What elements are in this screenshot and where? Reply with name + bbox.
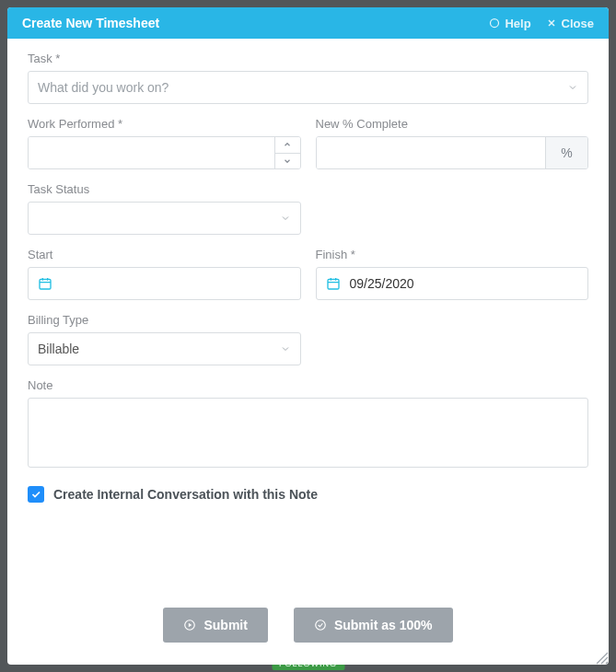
start-date-input[interactable] (28, 267, 301, 300)
calendar-icon (326, 276, 341, 291)
submit-label: Submit (203, 618, 247, 632)
note-label: Note (28, 378, 588, 392)
finish-date-value: 09/25/2020 (350, 276, 579, 291)
spinner-down-button[interactable] (275, 153, 300, 169)
modal-header: Create New Timesheet Help Close (7, 7, 609, 39)
start-label: Start (28, 248, 301, 261)
svg-rect-2 (328, 279, 339, 289)
chevron-up-icon (283, 140, 292, 149)
work-performed-spinner[interactable] (28, 136, 301, 169)
note-textarea[interactable] (28, 398, 588, 468)
chevron-down-icon (567, 82, 578, 93)
new-pct-complete-field[interactable]: % (316, 136, 589, 169)
create-timesheet-modal: Create New Timesheet Help Close Task * W… (7, 7, 609, 665)
submit-100-button[interactable]: Submit as 100% (294, 608, 453, 643)
billing-type-label: Billing Type (28, 313, 588, 327)
create-conversation-label: Create Internal Conversation with this N… (53, 487, 318, 502)
submit-100-label: Submit as 100% (334, 618, 433, 632)
modal-title: Create New Timesheet (22, 16, 159, 30)
finish-date-input[interactable]: 09/25/2020 (316, 267, 589, 300)
chevron-down-icon (283, 156, 292, 166)
work-performed-label: Work Performed * (28, 117, 301, 131)
create-conversation-checkbox[interactable] (28, 486, 44, 503)
help-icon (489, 17, 500, 29)
chevron-down-icon (280, 213, 291, 224)
chevron-down-icon (280, 343, 291, 354)
help-label: Help (505, 17, 530, 30)
svg-rect-1 (40, 279, 51, 289)
new-pct-complete-input[interactable] (317, 137, 546, 168)
close-button[interactable]: Close (546, 17, 594, 30)
help-button[interactable]: Help (489, 17, 530, 30)
task-status-label: Task Status (28, 182, 588, 196)
modal-body: Task * What did you work on? Work Perfor… (7, 39, 609, 589)
work-performed-input[interactable] (29, 137, 274, 168)
svg-point-4 (316, 620, 326, 631)
task-label: Task * (28, 52, 588, 65)
task-select[interactable]: What did you work on? (28, 71, 588, 104)
task-status-select[interactable] (28, 202, 301, 235)
task-placeholder: What did you work on? (38, 80, 567, 95)
spinner-up-button[interactable] (275, 137, 300, 153)
billing-type-value: Billable (38, 342, 280, 356)
resize-grip[interactable] (594, 650, 609, 665)
calendar-icon (38, 276, 52, 291)
percent-addon: % (545, 137, 587, 168)
submit-button[interactable]: Submit (163, 608, 267, 643)
close-icon (546, 17, 557, 29)
submit-100-icon (314, 619, 327, 631)
close-label: Close (562, 17, 594, 30)
svg-point-0 (491, 19, 499, 28)
modal-footer: Submit Submit as 100% (7, 589, 609, 665)
billing-type-select[interactable]: Billable (28, 332, 301, 365)
new-pct-complete-label: New % Complete (316, 117, 589, 131)
finish-label: Finish * (316, 248, 589, 261)
check-icon (30, 489, 41, 500)
submit-icon (183, 619, 196, 631)
